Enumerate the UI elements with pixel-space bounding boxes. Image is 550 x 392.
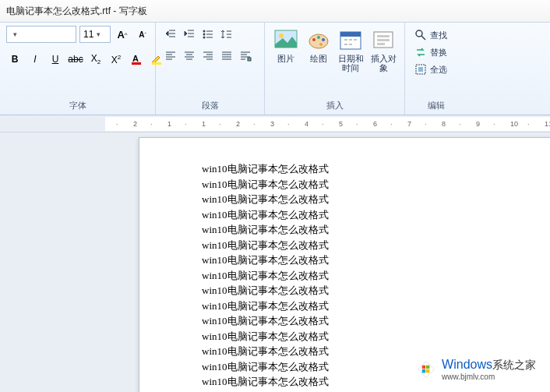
superscript-button[interactable]: X2 — [108, 51, 125, 68]
strikethrough-button[interactable]: abc — [67, 51, 84, 68]
group-font: ▾ 11 ▾ A^ Aˇ B I U abc X2 X2 A — [0, 23, 156, 115]
document-line[interactable]: win10电脑记事本怎么改格式 — [202, 161, 543, 177]
replace-button[interactable]: 替换 — [411, 44, 450, 60]
paragraph-dialog-button[interactable] — [237, 48, 254, 65]
group-insert-label: 插入 — [271, 98, 398, 115]
document-line[interactable]: win10电脑记事本怎么改格式 — [202, 298, 543, 314]
align-center-icon — [183, 50, 196, 62]
watermark-suffix: 系统之家 — [492, 358, 536, 371]
underline-button[interactable]: U — [47, 51, 64, 68]
svg-point-4 — [203, 34, 206, 36]
insert-datetime-button[interactable]: 日期和时间 — [337, 26, 366, 72]
document-line[interactable]: win10电脑记事本怎么改格式 — [202, 222, 543, 238]
document-line[interactable]: win10电脑记事本怎么改格式 — [202, 192, 543, 207]
watermark-url: www.bjmlv.com — [442, 373, 536, 381]
group-insert: 图片 绘图 日期和时间 插入对象 插入 — [265, 23, 405, 115]
svg-rect-6 — [248, 58, 251, 61]
window-title: 电脑记事本怎么改格式.rtf - 写字板 — [6, 5, 147, 18]
bold-button[interactable]: B — [6, 51, 23, 68]
watermark: Windows系统之家 www.bjmlv.com — [409, 355, 542, 384]
calendar-icon — [338, 27, 363, 52]
select-all-button[interactable]: 全选 — [411, 62, 450, 77]
line-spacing-button[interactable] — [218, 26, 235, 43]
ruler-mark: 5 — [339, 120, 343, 128]
svg-text:A: A — [132, 54, 139, 63]
document-area: win10电脑记事本怎么改格式win10电脑记事本怎么改格式win10电脑记事本… — [0, 132, 550, 392]
svg-point-13 — [319, 43, 323, 46]
shrink-font-button[interactable]: Aˇ — [134, 26, 151, 43]
group-font-label: 字体 — [6, 98, 149, 115]
watermark-brand: Windows — [442, 358, 492, 371]
document-line[interactable]: win10电脑记事本怎么改格式 — [202, 238, 543, 253]
ruler-mark: 10 — [510, 120, 518, 128]
group-paragraph: 段落 — [156, 23, 265, 115]
svg-rect-22 — [418, 67, 423, 72]
object-icon — [371, 27, 396, 52]
group-edit-label: 编辑 — [411, 98, 461, 115]
svg-point-5 — [203, 37, 206, 39]
align-justify-icon — [220, 50, 233, 62]
paragraph-icon — [239, 50, 252, 62]
picture-icon — [273, 27, 298, 52]
svg-rect-18 — [377, 39, 390, 41]
line-spacing-icon — [220, 28, 233, 41]
document-line[interactable]: win10电脑记事本怎么改格式 — [202, 329, 543, 344]
document-line[interactable]: win10电脑记事本怎么改格式 — [202, 313, 543, 329]
subscript-button[interactable]: X2 — [87, 51, 104, 68]
ruler-mark: 2 — [133, 120, 137, 128]
ruler-area: 3·2·1·1·2·3·4·5·6·7·8·9·10·11· — [0, 115, 550, 132]
svg-point-8 — [279, 34, 284, 38]
ruler-mark: 1 — [202, 120, 206, 128]
bullet-list-button[interactable] — [199, 26, 217, 43]
font-color-icon: A — [130, 53, 143, 65]
align-center-button[interactable] — [181, 48, 198, 65]
ruler-mark: 7 — [407, 120, 411, 128]
paint-icon — [306, 27, 331, 52]
font-family-combo[interactable]: ▾ — [6, 26, 76, 43]
ribbon: ▾ 11 ▾ A^ Aˇ B I U abc X2 X2 A — [0, 22, 550, 115]
grow-font-button[interactable]: A^ — [114, 26, 131, 43]
italic-button[interactable]: I — [26, 51, 44, 68]
align-left-button[interactable] — [162, 48, 179, 65]
increase-indent-button[interactable] — [181, 26, 198, 43]
font-size-combo[interactable]: 11 ▾ — [79, 26, 111, 43]
replace-icon — [414, 46, 427, 58]
document-line[interactable]: win10电脑记事本怎么改格式 — [202, 268, 543, 284]
title-bar: 电脑记事本怎么改格式.rtf - 写字板 — [0, 0, 550, 22]
find-button[interactable]: 查找 — [411, 27, 450, 43]
document-line[interactable]: win10电脑记事本怎么改格式 — [202, 207, 543, 223]
font-color-button[interactable]: A — [128, 51, 145, 68]
insert-picture-button[interactable]: 图片 — [271, 26, 301, 63]
insert-object-button[interactable]: 插入对象 — [368, 26, 398, 72]
indent-icon — [183, 28, 196, 41]
ruler-mark: 1 — [167, 120, 171, 128]
document-line[interactable]: win10电脑记事本怎么改格式 — [202, 253, 543, 268]
svg-rect-25 — [422, 369, 425, 373]
svg-point-20 — [416, 30, 422, 37]
ruler-mark: 11 — [545, 120, 550, 128]
document-line[interactable]: win10电脑记事本怎么改格式 — [202, 177, 543, 192]
svg-point-3 — [203, 30, 206, 33]
insert-drawing-button[interactable]: 绘图 — [304, 26, 333, 63]
ruler-mark: 6 — [373, 120, 377, 128]
align-justify-button[interactable] — [218, 48, 235, 65]
svg-rect-24 — [426, 366, 429, 369]
svg-point-11 — [317, 36, 320, 39]
svg-rect-1 — [132, 62, 141, 65]
ruler-mark: 8 — [442, 120, 446, 128]
svg-rect-23 — [422, 366, 425, 369]
chevron-down-icon: ▾ — [13, 30, 17, 38]
align-left-icon — [164, 50, 177, 62]
svg-rect-19 — [377, 43, 385, 45]
page[interactable]: win10电脑记事本怎么改格式win10电脑记事本怎么改格式win10电脑记事本… — [139, 137, 550, 392]
align-right-button[interactable] — [199, 48, 217, 65]
ruler[interactable]: 3·2·1·1·2·3·4·5·6·7·8·9·10·11· — [105, 117, 550, 131]
svg-point-12 — [322, 38, 325, 41]
align-right-icon — [202, 50, 214, 62]
group-paragraph-label: 段落 — [162, 98, 258, 115]
group-edit: 查找 替换 全选 编辑 — [405, 23, 467, 115]
svg-rect-17 — [377, 35, 390, 37]
decrease-indent-button[interactable] — [162, 26, 179, 43]
font-size-value: 11 — [83, 29, 93, 40]
document-line[interactable]: win10电脑记事本怎么改格式 — [202, 283, 543, 298]
